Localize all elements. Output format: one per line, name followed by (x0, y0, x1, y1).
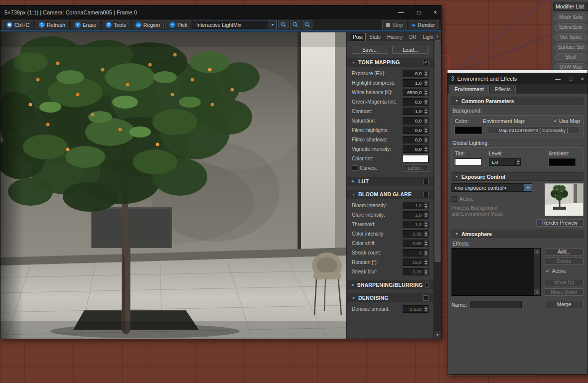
exposure-control-dropdown[interactable]: <no exposure control> ▼ (451, 183, 532, 192)
spinner[interactable] (423, 70, 428, 77)
close-button[interactable]: × (581, 76, 584, 82)
rotation-field[interactable]: 15,0 (403, 258, 429, 266)
spinner[interactable] (423, 127, 428, 133)
saturation-field[interactable]: 0,0 (403, 117, 429, 125)
load-button[interactable]: Load... (392, 46, 429, 54)
tab-effects[interactable]: Effects (490, 85, 516, 94)
use-map-checkbox[interactable]: ✓ Use Map (553, 118, 580, 124)
spinner[interactable] (423, 240, 428, 247)
contrast-field[interactable]: 1,0 (403, 108, 429, 115)
spinner[interactable] (423, 306, 428, 312)
tab-history[interactable]: History (384, 33, 406, 41)
rollout-exposure-control[interactable]: ▼ Exposure Control (451, 172, 584, 181)
effect-name-input[interactable] (470, 301, 522, 308)
spinner[interactable] (423, 146, 428, 152)
tools-button[interactable]: ⚙ Tools (102, 20, 130, 29)
minimize-button[interactable]: — (555, 76, 561, 82)
region-button[interactable]: ▭ Region (132, 20, 164, 29)
streak-blur-field[interactable]: 0,20 (403, 268, 429, 275)
spinner[interactable] (423, 118, 428, 124)
modifier-button-shell[interactable]: Shell (554, 53, 588, 61)
green-magenta-field[interactable]: 0,0 (403, 98, 429, 106)
rollout-common-parameters[interactable]: ▼ Common Parameters (451, 97, 584, 105)
spinner[interactable] (423, 89, 428, 96)
modifier-button-spline-select[interactable]: SplineSele (554, 23, 588, 31)
erase-button[interactable]: ✕ Erase (71, 20, 100, 29)
render-button[interactable]: ▶ Render (409, 20, 439, 29)
pick-button[interactable]: + Pick (165, 20, 191, 29)
scroll-down-icon[interactable]: ▼ (534, 289, 540, 295)
spinner[interactable] (515, 159, 520, 165)
streak-count-field[interactable]: 3 (403, 249, 429, 256)
modifier-button-mesh-select[interactable]: Mesh Sele (554, 13, 588, 21)
spinner[interactable] (423, 221, 428, 228)
spinner[interactable] (423, 108, 428, 115)
zoom-out-button[interactable] (278, 20, 289, 29)
ambient-color-swatch[interactable] (549, 158, 576, 166)
render-viewport[interactable] (0, 32, 346, 339)
section-header-sharpening[interactable]: ▶ SHARPENING/BLURRING (347, 280, 434, 289)
tint-color-swatch[interactable] (455, 158, 482, 166)
color-tint-swatch[interactable] (403, 155, 429, 162)
refresh-button[interactable]: ↻ Refresh (35, 20, 69, 29)
exposure-field[interactable]: 0,0 (403, 70, 429, 77)
scrollbar-thumb[interactable] (435, 40, 441, 262)
filmic-highlights-field[interactable]: 0,0 (403, 127, 429, 134)
list-scrollbar[interactable]: ▲ ▼ (534, 249, 540, 295)
lut-checkbox[interactable] (423, 179, 429, 184)
vignette-field[interactable]: 0,0 (403, 145, 429, 153)
section-header-denoising[interactable]: ▼ DENOISING (347, 293, 434, 302)
environment-map-button[interactable]: Map #2138796973 ( CoronaSky ) (487, 126, 580, 134)
spinner[interactable] (423, 212, 428, 218)
highlight-compress-field[interactable]: 1,0 (403, 79, 429, 87)
panel-scrollbar[interactable]: ▲ ▼ (434, 32, 441, 339)
spinner[interactable] (423, 259, 428, 265)
close-button[interactable]: × (434, 9, 437, 16)
denoising-checkbox[interactable] (423, 295, 429, 301)
scroll-up-icon[interactable]: ▲ (534, 249, 540, 255)
denoise-amount-field[interactable]: 0,650 (403, 305, 429, 313)
background-color-swatch[interactable] (455, 127, 482, 134)
tone-mapping-checkbox[interactable]: ✓ (423, 60, 429, 65)
sharpening-checkbox[interactable] (426, 282, 429, 288)
zoom-reset-button[interactable] (290, 20, 300, 29)
curves-checkbox[interactable] (352, 165, 357, 171)
white-balance-field[interactable]: 6500,0 (403, 89, 429, 96)
modifier-button-vol-select[interactable]: Vol. Selec (554, 33, 588, 41)
section-header-bloom-glare[interactable]: ▼ BLOOM AND GLARE (347, 190, 434, 199)
rollout-atmosphere[interactable]: ▼ Atmosphere (451, 230, 584, 238)
tab-lightmix[interactable]: LightMix (420, 33, 434, 41)
spinner[interactable] (423, 99, 428, 105)
effect-active-checkbox[interactable]: ✓ Active (546, 268, 584, 274)
spinner[interactable] (423, 80, 428, 86)
threshold-field[interactable]: 1,0 (403, 221, 429, 228)
color-shift-field[interactable]: 0,50 (403, 240, 429, 247)
spinner[interactable] (423, 136, 428, 143)
filmic-shadows-field[interactable]: 0,0 (403, 136, 429, 143)
maximize-button[interactable]: □ (417, 9, 421, 16)
tab-stats[interactable]: Stats (366, 33, 384, 41)
lightmix-mode-dropdown[interactable]: Interactive LightMix ▼ (193, 20, 277, 29)
tab-environment[interactable]: Environment (449, 85, 489, 94)
tab-post[interactable]: Post (350, 33, 366, 41)
level-spinner-field[interactable]: 1,0 (489, 158, 521, 166)
scroll-up-icon[interactable]: ▲ (434, 32, 441, 40)
bloom-glare-checkbox[interactable] (423, 192, 429, 197)
effects-list[interactable]: ▲ ▼ (451, 248, 541, 296)
copy-button[interactable]: ▣ Ctrl+C (2, 20, 33, 29)
spinner[interactable] (423, 231, 428, 237)
section-header-tone-mapping[interactable]: ▼ TONE MAPPING ✓ (347, 58, 434, 67)
modifier-list-dropdown[interactable]: Modifier List (553, 2, 588, 11)
spinner[interactable] (423, 250, 428, 256)
zoom-in-button[interactable] (302, 20, 312, 29)
save-button[interactable]: Save... (352, 46, 388, 54)
spinner[interactable] (423, 202, 428, 209)
color-intensity-field[interactable]: 0,30 (403, 230, 429, 238)
minimize-button[interactable]: — (398, 9, 404, 16)
dialog-titlebar[interactable]: 3 Environment and Effects — □ × (447, 73, 588, 84)
scroll-down-icon[interactable]: ▼ (434, 331, 441, 339)
bloom-intensity-field[interactable]: 1,0 (403, 202, 429, 209)
render-preview-button[interactable]: Render Preview (536, 219, 584, 227)
glare-intensity-field[interactable]: 1,0 (403, 211, 429, 219)
section-header-lut[interactable]: ▶ LUT (347, 177, 434, 186)
